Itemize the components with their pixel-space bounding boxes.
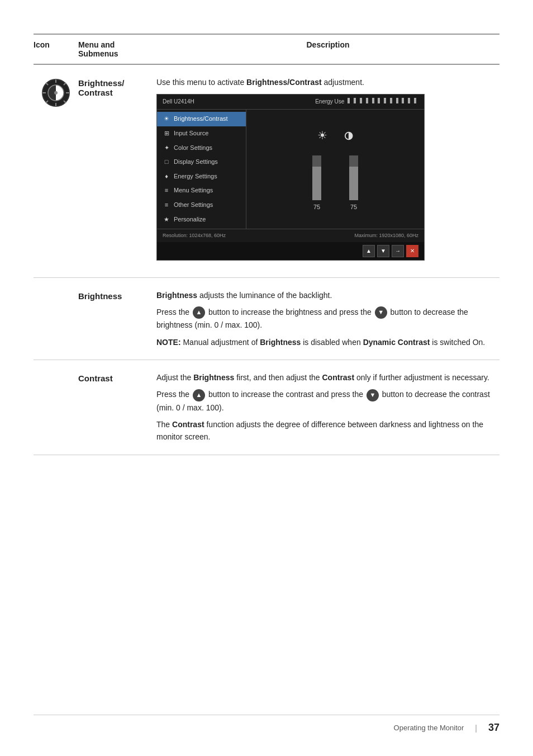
contrast-p1: Adjust the Brightness first, and then ad… [156,371,499,384]
osd-model: Dell U2414H [163,97,194,106]
up-button-contrast: ▲ [193,389,205,401]
page-number: 37 [488,722,499,734]
osd-contrast-bar [349,155,358,200]
osd-nav-down[interactable]: ▼ [377,245,389,257]
osd-bottom-bar: Resolution: 1024x768, 60Hz Maximum: 1920… [157,229,424,242]
osd-top-bar: Dell U2414H Energy Use [157,94,424,110]
page: Icon Menu and Submenus Description [0,0,533,500]
row-contrast: Contrast Adjust the Brightness first, an… [34,360,499,455]
brightness-p1: Brightness adjusts the luminance of the … [156,289,499,301]
osd-menu-item-energy[interactable]: ♦ Energy Settings [157,169,246,184]
osd-menu-icon-color: ✦ [163,143,170,153]
osd-brightness-bar [312,155,321,200]
osd-menu-item-bc[interactable]: ☀ Brightness/Contrast [157,112,246,126]
osd-menu-icon-other: ≡ [163,200,170,210]
brightness-p2: Press the ▲ button to increase the brigh… [156,306,499,332]
desc-bc-intro: Use this menu to activate Brightness/Con… [156,76,499,88]
desc-brightness: Brightness adjusts the luminance of the … [156,289,499,348]
osd-menu-icon-energy: ♦ [163,172,170,182]
osd-menu-icon-personalize: ★ [163,215,170,225]
osd-contrast-slider: 75 [349,155,358,212]
osd-menu-label-color: Color Settings [174,143,212,153]
osd-menu-label-menu: Menu Settings [174,186,213,196]
menu-label-brightness: Brightness [78,289,156,348]
osd-sun-icon: ☀ [317,126,327,144]
down-button: ▼ [375,306,387,319]
osd-brightness-slider: 75 [312,155,321,212]
icon-cell-brightness [34,289,78,348]
icon-cell-contrast [34,371,78,443]
osd-menu-item-input[interactable]: ⊞ Input Source [157,126,246,141]
osd-menu-label-display: Display Settings [174,157,218,167]
osd-menu-label-input: Input Source [174,129,208,139]
osd-right-icons: ☀ ◑ [252,126,418,144]
osd-body: ☀ Brightness/Contrast ⊞ Input Source ✦ C… [157,110,424,229]
osd-resolution: Resolution: 1024x768, 60Hz [163,231,226,239]
header-icon: Icon [34,40,78,58]
svg-point-6 [54,91,58,94]
page-footer: Operating the Monitor | 37 [34,715,499,734]
brightness-contrast-icon-svg [41,78,70,107]
osd-nav-enter[interactable]: → [392,245,404,257]
osd-menu-item-menu[interactable]: ≡ Menu Settings [157,183,246,198]
row-brightness-contrast: Brightness/ Contrast Use this menu to ac… [34,65,499,278]
down-button-contrast: ▼ [367,389,379,401]
footer-text: Operating the Monitor [394,724,464,732]
osd-menu-label-energy: Energy Settings [174,172,217,182]
osd-right-panel: ☀ ◑ 75 [246,110,424,229]
energy-bar-segments [348,97,418,106]
icon-cell-bc [34,76,78,266]
brightness-p3: NOTE: Manual adjustment of Brightness is… [156,336,499,348]
desc-bc: Use this menu to activate Brightness/Con… [156,76,499,266]
menu-label-bc: Brightness/ Contrast [78,76,156,266]
osd-menu-icon-input: ⊞ [163,129,170,139]
desc-contrast: Adjust the Brightness first, and then ad… [156,371,499,443]
osd-maximum: Maximum: 1920x1080, 60Hz [354,231,418,239]
osd-mockup: Dell U2414H Energy Use [156,94,425,260]
osd-nav-buttons: ▲ ▼ → ✕ [157,242,424,260]
energy-bar: Energy Use [315,97,418,106]
osd-menu-list: ☀ Brightness/Contrast ⊞ Input Source ✦ C… [157,110,246,229]
osd-contrast-value: 75 [350,202,357,212]
contrast-p2: Press the ▲ button to increase the contr… [156,388,499,414]
contrast-p3: The Contrast function adjusts the degree… [156,418,499,443]
osd-menu-icon-menu: ≡ [163,186,170,196]
osd-menu-label-other: Other Settings [174,200,213,210]
menu-label-contrast: Contrast [78,371,156,443]
bc-icon [41,78,70,107]
osd-menu-label-bc: Brightness/Contrast [174,114,228,124]
table-header: Icon Menu and Submenus Description [34,34,499,65]
footer-divider: | [475,724,477,733]
up-button: ▲ [193,306,205,319]
osd-brightness-fill [312,167,321,200]
row-brightness: Brightness Brightness adjusts the lumina… [34,278,499,360]
osd-menu-item-personalize[interactable]: ★ Personalize [157,212,246,227]
header-menu: Menu and Submenus [78,40,156,58]
osd-menu-item-other[interactable]: ≡ Other Settings [157,198,246,212]
energy-label: Energy Use [315,97,344,106]
osd-nav-up[interactable]: ▲ [363,245,375,257]
osd-contrast-fill [349,167,358,200]
header-desc: Description [156,40,499,58]
osd-menu-icon-bc: ☀ [163,114,170,124]
osd-sliders: 75 75 [312,155,358,212]
osd-menu-icon-display: □ [163,157,170,167]
osd-menu-item-color[interactable]: ✦ Color Settings [157,141,246,155]
osd-brightness-value: 75 [313,202,320,212]
osd-contrast-icon: ◑ [344,127,353,144]
osd-menu-item-display[interactable]: □ Display Settings [157,155,246,169]
osd-nav-close[interactable]: ✕ [406,245,418,257]
osd-menu-label-personalize: Personalize [174,215,206,225]
